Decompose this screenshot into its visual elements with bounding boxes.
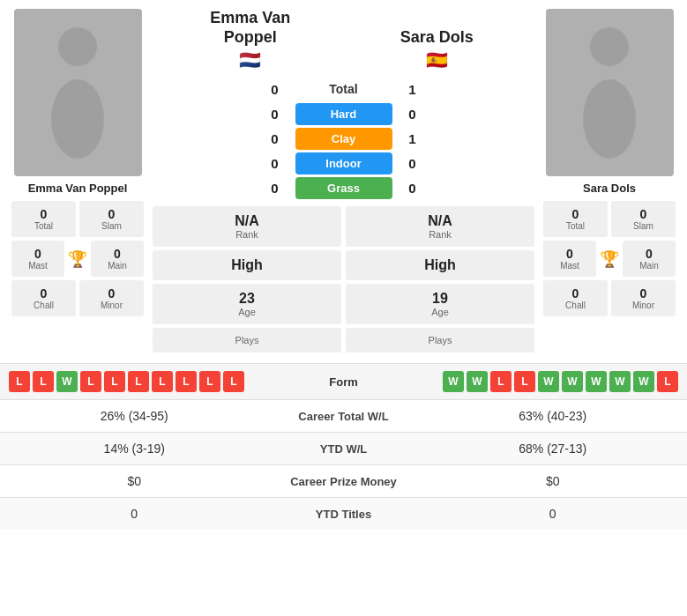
grass-badge: Grass bbox=[295, 177, 392, 199]
right-slam-label: Slam bbox=[613, 221, 674, 231]
right-plays-box: Plays bbox=[346, 328, 534, 353]
left-chall-label: Chall bbox=[13, 301, 74, 310]
left-flag: 🇳🇱 bbox=[193, 49, 308, 71]
indoor-badge: Indoor bbox=[295, 152, 392, 174]
left-form-badge-6: L bbox=[152, 371, 173, 392]
right-slam-value: 0 bbox=[613, 207, 674, 221]
clay-surface-row: 0 Clay 1 bbox=[153, 128, 534, 150]
right-main-label: Main bbox=[624, 261, 674, 271]
left-high-value: High bbox=[157, 257, 337, 273]
left-form-badge-3: L bbox=[80, 371, 101, 392]
right-main-stat: 0 Main bbox=[623, 241, 676, 277]
total-left-score: 0 bbox=[262, 82, 288, 97]
stats-row-1: 14% (3-19) YTD W/L 68% (27-13) bbox=[0, 432, 687, 464]
center-area: Emma Van Poppel 🇳🇱 Sara Dols 🇪🇸 0 Total … bbox=[153, 9, 534, 356]
left-rank-box: N/A Rank bbox=[153, 206, 341, 247]
hard-surface-row: 0 Hard 0 bbox=[153, 103, 534, 125]
left-mast-label: Mast bbox=[13, 261, 63, 271]
left-form-badge-7: L bbox=[175, 371, 197, 392]
bottom-stats-section: 26% (34-95) Career Total W/L 63% (40-23)… bbox=[0, 399, 687, 530]
right-form-badge-1: W bbox=[467, 371, 488, 392]
form-label: Form bbox=[291, 375, 397, 389]
right-age-value: 19 bbox=[350, 291, 530, 307]
right-form-badge-7: W bbox=[609, 371, 631, 392]
stats-right-0: 63% (40-23) bbox=[432, 409, 675, 423]
right-player-area: Sara Dols 0 Total 0 Slam 0 Mast 🏆 bbox=[539, 9, 680, 356]
right-rank-box: N/A Rank bbox=[346, 206, 534, 247]
left-form-badge-1: L bbox=[33, 371, 54, 392]
right-player-title: Sara Dols bbox=[379, 28, 494, 48]
stats-row-3: 0 YTD Titles 0 bbox=[0, 497, 687, 530]
right-player-avatar bbox=[546, 9, 674, 176]
left-form-badge-5: L bbox=[128, 371, 149, 392]
left-mast-stat: 0 Mast bbox=[11, 241, 64, 277]
left-player-area: Emma Van Poppel 0 Total 0 Slam 0 Mast bbox=[7, 9, 148, 356]
left-rank-label: Rank bbox=[157, 229, 337, 240]
right-plays-label: Plays bbox=[350, 335, 530, 345]
hard-badge: Hard bbox=[295, 103, 392, 125]
right-flag: 🇪🇸 bbox=[379, 49, 494, 71]
right-form-badges: WWLLWWWWWL bbox=[401, 371, 679, 392]
left-main-stat: 0 Main bbox=[91, 241, 144, 277]
left-age-value: 23 bbox=[157, 291, 337, 307]
left-chall-stat: 0 Chall bbox=[11, 280, 76, 316]
left-chall-value: 0 bbox=[13, 286, 74, 301]
right-mast-value: 0 bbox=[545, 247, 594, 261]
left-center-stats: N/A Rank High 23 Age Plays bbox=[153, 206, 341, 356]
right-trophy-icon: 🏆 bbox=[600, 249, 619, 269]
clay-badge: Clay bbox=[295, 128, 392, 150]
left-form-badge-4: L bbox=[104, 371, 125, 392]
indoor-left-score: 0 bbox=[262, 156, 288, 171]
left-plays-label: Plays bbox=[157, 335, 337, 345]
left-total-value: 0 bbox=[13, 207, 74, 221]
left-form-badge-2: W bbox=[56, 371, 78, 392]
grass-right-score: 0 bbox=[400, 181, 426, 196]
right-mast-label: Mast bbox=[545, 261, 594, 271]
right-player-name: Sara Dols bbox=[583, 182, 636, 195]
right-form-badge-6: W bbox=[586, 371, 607, 392]
form-section: LLWLLLLLLL Form WWLLWWWWWL bbox=[0, 363, 687, 399]
left-form-badge-9: L bbox=[223, 371, 244, 392]
right-form-badge-0: W bbox=[443, 371, 464, 392]
left-slam-stat: 0 Slam bbox=[79, 201, 144, 237]
right-center-stats: N/A Rank High 19 Age Plays bbox=[346, 206, 534, 356]
right-form-badge-5: W bbox=[562, 371, 583, 392]
right-high-box: High bbox=[346, 250, 534, 280]
left-total-label: Total bbox=[13, 221, 74, 231]
stats-right-2: $0 bbox=[432, 474, 675, 488]
right-form-badge-3: L bbox=[514, 371, 535, 392]
total-surface-row: 0 Total 1 bbox=[153, 78, 534, 100]
svg-point-0 bbox=[58, 27, 97, 66]
left-slam-label: Slam bbox=[81, 221, 142, 231]
left-player-name: Emma Van Poppel bbox=[28, 182, 128, 195]
stats-row-2: $0 Career Prize Money $0 bbox=[0, 464, 687, 497]
stats-label-1: YTD W/L bbox=[256, 442, 432, 456]
right-form-badge-8: W bbox=[633, 371, 654, 392]
stats-label-3: YTD Titles bbox=[256, 508, 432, 521]
stats-left-2: $0 bbox=[13, 474, 256, 488]
right-minor-value: 0 bbox=[613, 286, 674, 301]
stats-left-1: 14% (3-19) bbox=[13, 442, 256, 456]
left-form-badges: LLWLLLLLLL bbox=[9, 371, 287, 392]
top-area: Emma Van Poppel 0 Total 0 Slam 0 Mast bbox=[0, 0, 687, 356]
main-container: Emma Van Poppel 0 Total 0 Slam 0 Mast bbox=[0, 0, 687, 530]
right-form-badge-9: L bbox=[657, 371, 678, 392]
grass-left-score: 0 bbox=[262, 181, 288, 196]
indoor-right-score: 0 bbox=[400, 156, 426, 171]
left-trophy-icon: 🏆 bbox=[68, 249, 87, 269]
left-main-label: Main bbox=[93, 261, 142, 271]
right-mast-stat: 0 Mast bbox=[543, 241, 596, 277]
stats-row-0: 26% (34-95) Career Total W/L 63% (40-23) bbox=[0, 399, 687, 432]
left-age-box: 23 Age bbox=[153, 284, 341, 324]
right-chall-label: Chall bbox=[545, 301, 606, 310]
hard-right-score: 0 bbox=[400, 107, 426, 122]
left-slam-value: 0 bbox=[81, 207, 142, 221]
right-high-value: High bbox=[350, 257, 530, 273]
right-chall-value: 0 bbox=[545, 286, 606, 301]
left-form-badge-0: L bbox=[9, 371, 30, 392]
clay-left-score: 0 bbox=[262, 131, 288, 146]
indoor-surface-row: 0 Indoor 0 bbox=[153, 152, 534, 174]
svg-point-2 bbox=[590, 27, 629, 66]
total-right-score: 1 bbox=[400, 82, 426, 97]
stats-right-3: 0 bbox=[432, 507, 675, 521]
